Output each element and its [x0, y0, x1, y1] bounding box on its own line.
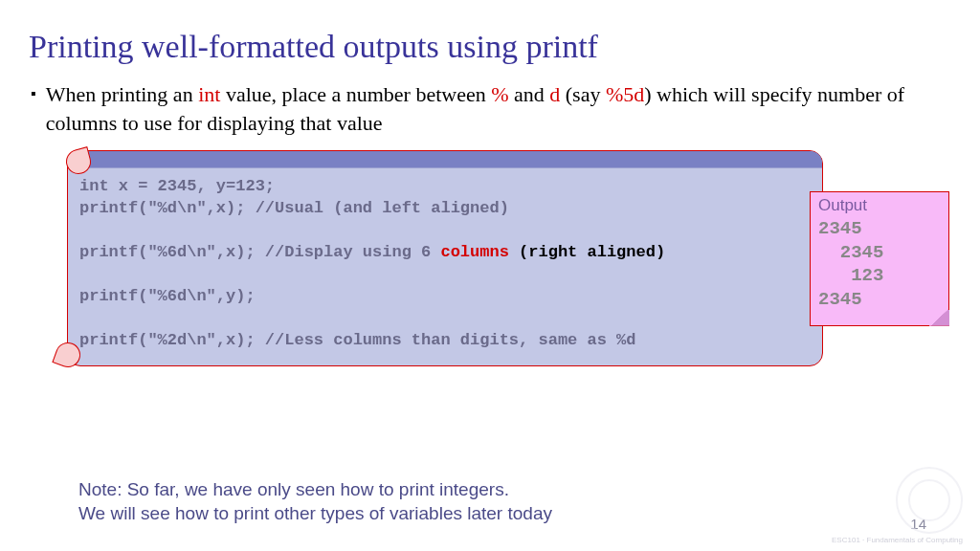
bullet-text: When printing an int value, place a numb…	[46, 80, 951, 137]
watermark-caption: ESC101 · Fundamentals of Computing	[832, 537, 963, 545]
note-line: We will see how to print other types of …	[78, 501, 552, 526]
bullet-marker: ▪	[31, 80, 36, 107]
text: value, place a number between	[220, 82, 491, 106]
note-line: Note: So far, we have only seen how to p…	[78, 477, 552, 502]
bullet-item: ▪ When printing an int value, place a nu…	[29, 80, 951, 137]
keyword-int: int	[198, 82, 220, 106]
text: and	[509, 82, 550, 106]
text: When printing an	[46, 82, 198, 106]
output-box: Output 2345 2345 123 2345	[810, 191, 949, 326]
watermark-seal-icon	[896, 467, 963, 534]
code-header-bar	[68, 151, 822, 168]
code-line: printf("%6d\n",x); //Display using 6	[79, 243, 440, 261]
code-line: printf("%2d\n",x); //Less columns than d…	[79, 331, 636, 349]
slide: Printing well-formatted outputs using pr…	[0, 0, 980, 551]
keyword-example: %5d	[606, 82, 644, 106]
watermark-inner-icon	[908, 479, 950, 521]
code-box: int x = 2345, y=123; printf("%d\n",x); /…	[67, 150, 823, 366]
code-emph: (right aligned)	[509, 243, 665, 261]
output-body: 2345 2345 123 2345	[818, 217, 941, 312]
code-line: printf("%6d\n",y);	[79, 287, 256, 305]
text: (say	[560, 82, 606, 106]
keyword-d: d	[549, 82, 560, 106]
output-title: Output	[818, 196, 941, 215]
code-emph: columns	[440, 243, 508, 261]
footer-note: Note: So far, we have only seen how to p…	[78, 477, 552, 526]
code-line: int x = 2345, y=123;	[79, 177, 275, 195]
code-body: int x = 2345, y=123; printf("%d\n",x); /…	[68, 168, 822, 356]
keyword-percent: %	[491, 82, 508, 106]
code-line: printf("%d\n",x); //Usual (and left alig…	[79, 199, 509, 217]
slide-title: Printing well-formatted outputs using pr…	[29, 29, 951, 65]
